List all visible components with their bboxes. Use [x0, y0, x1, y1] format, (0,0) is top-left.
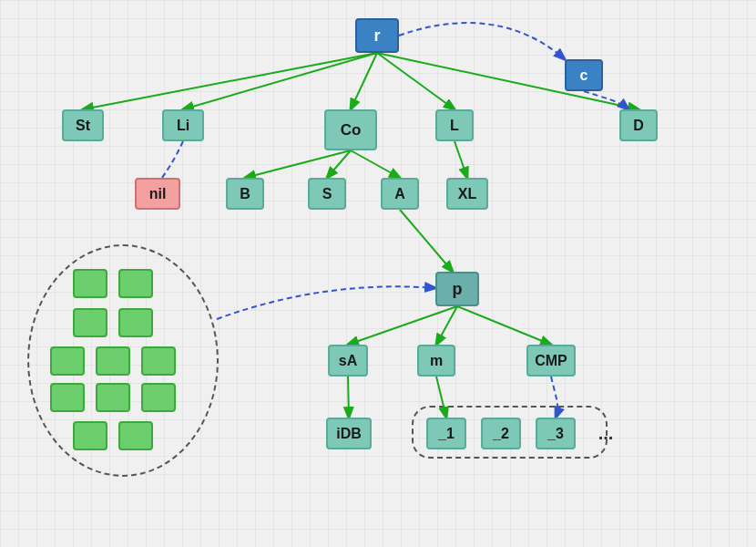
node-d: D [619, 109, 658, 141]
svg-line-12 [457, 306, 551, 345]
green-node-8 [50, 383, 85, 412]
svg-line-2 [351, 53, 377, 109]
node-li: Li [162, 109, 204, 141]
node-s: S [308, 178, 346, 210]
node-co: Co [324, 109, 377, 150]
svg-line-13 [348, 377, 349, 418]
svg-line-11 [436, 306, 457, 345]
node-c: c [565, 59, 603, 91]
green-node-5 [50, 346, 85, 376]
node-idb: iDB [326, 418, 372, 449]
green-node-10 [141, 383, 176, 412]
node-3: _3 [536, 418, 576, 449]
svg-line-0 [83, 53, 377, 109]
green-node-11 [73, 421, 107, 450]
svg-line-10 [348, 306, 457, 345]
node-l: L [435, 109, 474, 141]
svg-line-9 [400, 210, 453, 272]
green-node-6 [96, 346, 130, 376]
node-cmp: CMP [526, 345, 576, 377]
green-node-1 [73, 269, 107, 298]
svg-line-6 [327, 150, 351, 178]
node-st: St [62, 109, 104, 141]
node-r: r [355, 18, 399, 53]
svg-line-1 [183, 53, 377, 109]
node-dots: ... [588, 418, 623, 449]
svg-line-5 [245, 150, 351, 178]
green-node-4 [118, 308, 153, 337]
green-node-2 [118, 269, 153, 298]
svg-line-8 [455, 141, 467, 178]
node-xl: XL [446, 178, 488, 210]
node-p: p [435, 272, 479, 306]
green-node-3 [73, 308, 107, 337]
node-nil: nil [135, 178, 180, 210]
green-node-7 [141, 346, 176, 376]
svg-line-3 [377, 53, 455, 109]
diagram-container: r c St Li Co L D nil B S A XL p [0, 0, 756, 547]
node-a: A [381, 178, 419, 210]
green-node-9 [96, 383, 130, 412]
green-node-12 [118, 421, 153, 450]
node-m: m [417, 345, 455, 377]
node-1: _1 [426, 418, 466, 449]
node-sa: sA [328, 345, 368, 377]
node-2: _2 [481, 418, 521, 449]
svg-line-7 [351, 150, 400, 178]
node-b: B [226, 178, 264, 210]
